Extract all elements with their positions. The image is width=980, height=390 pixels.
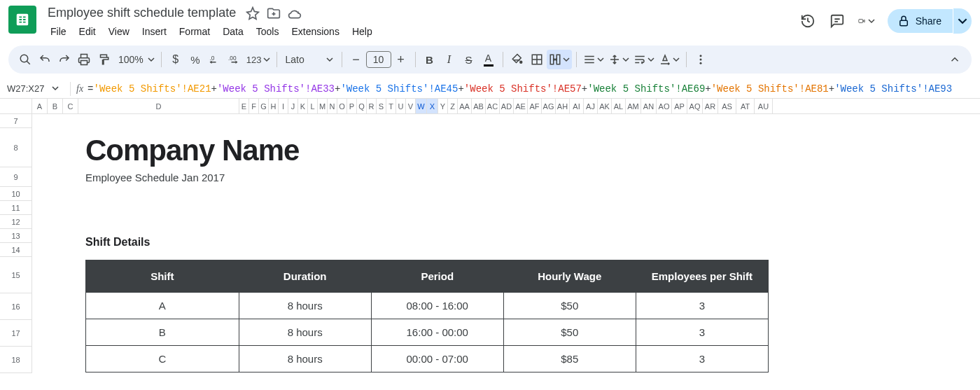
col-header-AE[interactable]: AE bbox=[514, 99, 528, 113]
print-icon[interactable] bbox=[74, 50, 94, 69]
undo-icon[interactable] bbox=[35, 50, 55, 69]
menu-edit[interactable]: Edit bbox=[74, 23, 102, 40]
menu-help[interactable]: Help bbox=[346, 23, 378, 40]
col-header-O[interactable]: O bbox=[337, 99, 347, 113]
name-box[interactable]: W27:X27 bbox=[4, 83, 64, 94]
menu-tools[interactable]: Tools bbox=[251, 23, 285, 40]
menu-insert[interactable]: Insert bbox=[136, 23, 172, 40]
select-all-corner[interactable] bbox=[0, 99, 32, 113]
paint-format-icon[interactable] bbox=[94, 50, 113, 69]
redo-icon[interactable] bbox=[55, 50, 74, 69]
col-header-I[interactable]: I bbox=[279, 99, 288, 113]
row-header-17[interactable]: 17 bbox=[0, 320, 32, 347]
horizontal-align-icon[interactable] bbox=[581, 50, 606, 69]
history-icon[interactable] bbox=[799, 13, 816, 29]
sheets-logo[interactable] bbox=[8, 6, 36, 34]
font-family-select[interactable]: Lato bbox=[281, 54, 337, 65]
col-header-B[interactable]: B bbox=[48, 99, 63, 113]
menu-data[interactable]: Data bbox=[217, 23, 249, 40]
meet-button[interactable] bbox=[858, 13, 875, 29]
col-header-AK[interactable]: AK bbox=[598, 99, 612, 113]
fill-color-icon[interactable] bbox=[507, 50, 527, 69]
row-header-11[interactable]: 11 bbox=[0, 201, 32, 215]
font-size-input[interactable] bbox=[366, 51, 391, 68]
decrease-decimal-icon[interactable]: .0 bbox=[205, 50, 225, 69]
col-header-AD[interactable]: AD bbox=[500, 99, 514, 113]
star-icon[interactable] bbox=[246, 6, 260, 20]
col-header-AL[interactable]: AL bbox=[612, 99, 626, 113]
col-header-AM[interactable]: AM bbox=[626, 99, 641, 113]
col-header-G[interactable]: G bbox=[259, 99, 269, 113]
text-rotation-icon[interactable] bbox=[657, 50, 682, 69]
comment-icon[interactable] bbox=[829, 13, 846, 29]
row-header-12[interactable]: 12 bbox=[0, 215, 32, 229]
menu-view[interactable]: View bbox=[103, 23, 135, 40]
sheet-canvas[interactable]: Company Name Employee Schedule Jan 2017 … bbox=[32, 114, 980, 373]
currency-icon[interactable]: $ bbox=[166, 50, 186, 69]
row-header-15[interactable]: 15 bbox=[0, 257, 32, 293]
document-title[interactable]: Employee shift schedule template bbox=[45, 4, 239, 22]
col-header-P[interactable]: P bbox=[347, 99, 357, 113]
col-header-AP[interactable]: AP bbox=[672, 99, 687, 113]
col-header-E[interactable]: E bbox=[239, 99, 249, 113]
row-header-13[interactable]: 13 bbox=[0, 229, 32, 243]
search-icon[interactable] bbox=[15, 50, 35, 69]
col-header-AB[interactable]: AB bbox=[472, 99, 486, 113]
col-header-AA[interactable]: AA bbox=[458, 99, 472, 113]
row-header-7[interactable]: 7 bbox=[0, 114, 32, 128]
col-header-K[interactable]: K bbox=[298, 99, 308, 113]
percent-icon[interactable]: % bbox=[186, 50, 205, 69]
col-header-AT[interactable]: AT bbox=[736, 99, 755, 113]
strikethrough-icon[interactable]: S bbox=[459, 50, 479, 69]
row-headers[interactable]: 789101112131415161718 bbox=[0, 114, 32, 373]
font-size-decrease[interactable]: − bbox=[346, 50, 366, 69]
col-header-X[interactable]: X bbox=[427, 99, 438, 113]
menu-format[interactable]: Format bbox=[174, 23, 216, 40]
share-button[interactable]: Share bbox=[888, 9, 953, 33]
col-header-C[interactable]: C bbox=[63, 99, 78, 113]
col-header-AF[interactable]: AF bbox=[528, 99, 542, 113]
col-header-Z[interactable]: Z bbox=[448, 99, 458, 113]
share-dropdown[interactable] bbox=[953, 8, 972, 34]
col-header-AQ[interactable]: AQ bbox=[687, 99, 703, 113]
more-toolbar-icon[interactable] bbox=[691, 50, 710, 69]
col-header-U[interactable]: U bbox=[396, 99, 406, 113]
text-color-icon[interactable]: A bbox=[479, 50, 498, 69]
zoom-select[interactable]: 100% bbox=[113, 50, 157, 69]
col-header-Y[interactable]: Y bbox=[438, 99, 448, 113]
col-header-H[interactable]: H bbox=[269, 99, 279, 113]
col-header-AG[interactable]: AG bbox=[542, 99, 556, 113]
font-size-increase[interactable]: + bbox=[391, 50, 411, 69]
menu-extensions[interactable]: Extensions bbox=[286, 23, 344, 40]
menu-file[interactable]: File bbox=[45, 23, 72, 40]
increase-decimal-icon[interactable]: .00 bbox=[225, 50, 244, 69]
col-header-AS[interactable]: AS bbox=[718, 99, 736, 113]
row-header-10[interactable]: 10 bbox=[0, 187, 32, 201]
row-header-18[interactable]: 18 bbox=[0, 347, 32, 373]
col-header-M[interactable]: M bbox=[318, 99, 328, 113]
row-header-14[interactable]: 14 bbox=[0, 243, 32, 257]
move-icon[interactable] bbox=[267, 6, 281, 20]
col-header-N[interactable]: N bbox=[328, 99, 337, 113]
more-formats[interactable]: 123 bbox=[244, 50, 272, 69]
row-header-16[interactable]: 16 bbox=[0, 293, 32, 320]
col-header-AC[interactable]: AC bbox=[486, 99, 500, 113]
col-header-J[interactable]: J bbox=[288, 99, 298, 113]
text-wrap-icon[interactable] bbox=[631, 50, 657, 69]
col-header-Q[interactable]: Q bbox=[357, 99, 367, 113]
collapse-toolbar-icon[interactable] bbox=[945, 50, 965, 69]
col-header-AR[interactable]: AR bbox=[703, 99, 718, 113]
col-header-L[interactable]: L bbox=[308, 99, 318, 113]
bold-icon[interactable]: B bbox=[420, 50, 440, 69]
merge-cells-icon[interactable] bbox=[547, 50, 572, 69]
col-header-R[interactable]: R bbox=[367, 99, 377, 113]
col-header-V[interactable]: V bbox=[406, 99, 416, 113]
col-header-W[interactable]: W bbox=[416, 99, 427, 113]
row-header-9[interactable]: 9 bbox=[0, 167, 32, 187]
col-header-AJ[interactable]: AJ bbox=[584, 99, 598, 113]
borders-icon[interactable] bbox=[527, 50, 547, 69]
col-header-D[interactable]: D bbox=[78, 99, 239, 113]
col-header-S[interactable]: S bbox=[377, 99, 386, 113]
cloud-status-icon[interactable] bbox=[288, 6, 302, 20]
vertical-align-icon[interactable] bbox=[606, 50, 631, 69]
